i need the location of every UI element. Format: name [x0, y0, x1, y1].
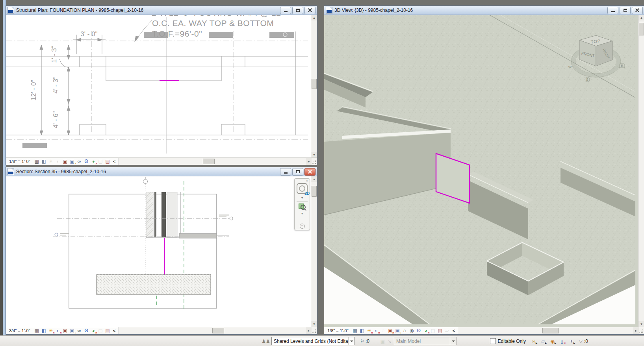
navigation-wheel-2d-icon[interactable]: 2D [297, 183, 308, 194]
plan-scale[interactable]: 1/8" = 1'-0" [9, 159, 30, 164]
section-restore-button[interactable] [292, 168, 303, 176]
dropdown-caret-icon[interactable] [348, 337, 354, 345]
select-links-icon[interactable]: ∞▸ [531, 338, 536, 344]
drag-elements-on-selection-icon[interactable]: +▸ [568, 338, 574, 344]
section-close-button[interactable] [304, 168, 316, 176]
reveal-hidden-elements-icon[interactable]: ʘ [84, 328, 89, 334]
plan-resize-grip[interactable] [312, 158, 317, 165]
viewbar-expand-icon[interactable]: < [113, 159, 115, 164]
3d-close-button[interactable] [632, 7, 643, 14]
3d-vertical-scrollbar[interactable]: ▲ ▼ [638, 15, 644, 327]
visual-style-icon[interactable]: ◧ [41, 159, 47, 165]
reveal-constraints-icon[interactable]: ▤ [105, 159, 111, 165]
plan-hscroll-right-arrow[interactable]: ► [306, 158, 312, 165]
shadows-icon[interactable]: ◐ [55, 159, 61, 165]
sun-path-icon[interactable]: ☀ [48, 159, 54, 165]
compass-west[interactable]: W [568, 65, 572, 69]
design-options-dropdown[interactable]: Main Model [394, 337, 457, 345]
detail-level-icon[interactable]: ▦ [352, 328, 358, 334]
section-scale[interactable]: 3/4" = 1'-0" [9, 328, 30, 333]
3d-vscroll-thumb[interactable] [639, 23, 644, 35]
add-to-design-option-set-icon[interactable]: ↘ [387, 338, 393, 344]
select-underlay-elements-icon[interactable]: ▱▸ [540, 338, 546, 344]
show-crop-region-icon[interactable]: ▣• [395, 328, 401, 334]
section-titlebar[interactable]: Section: Section 35 - 9985-chapel_2-10-1… [6, 167, 317, 176]
compass-south[interactable]: S [586, 78, 588, 81]
detail-level-icon[interactable]: ▦ [34, 159, 40, 165]
section-hscroll-thumb[interactable] [212, 328, 224, 333]
dropdown-caret-icon[interactable] [450, 337, 456, 345]
active-workset-dropdown[interactable]: Shared Levels and Grids (Not Editab [271, 337, 355, 345]
visual-style-icon[interactable]: ◧ [41, 328, 47, 334]
editable-only-checkbox[interactable] [490, 338, 496, 344]
viewbar-expand-icon[interactable]: < [453, 328, 455, 333]
section-horizontal-scrollbar[interactable] [118, 327, 306, 334]
unlocked-3d-view-icon[interactable]: ⌂ [402, 328, 408, 334]
select-pinned-elements-icon[interactable]: ◉▸ [549, 338, 555, 344]
plan-vscroll-thumb[interactable] [312, 79, 317, 89]
navbar-collapse-icon[interactable]: − [300, 224, 305, 229]
3d-hscroll-right-arrow[interactable]: ► [633, 327, 639, 334]
section-drawing-canvas[interactable]: × 2D ▾ ▾ − [6, 176, 311, 327]
zoom-options-caret-icon[interactable]: ▾ [301, 212, 303, 215]
3d-hscroll-thumb[interactable] [542, 328, 559, 333]
3d-minimize-button[interactable] [607, 7, 618, 14]
section-vertical-scrollbar[interactable]: ▲ ▼ [311, 176, 317, 327]
visual-style-icon[interactable]: ◧ [359, 328, 365, 334]
3d-restore-button[interactable] [620, 7, 631, 14]
displacement-sets-icon[interactable]: ▢ [430, 328, 436, 334]
plan-minimize-button[interactable] [280, 7, 291, 14]
temporary-hide-isolate-icon[interactable]: ∞ [76, 159, 82, 165]
navigation-bar[interactable]: × 2D ▾ ▾ − [294, 178, 310, 230]
crop-view-icon[interactable]: ▣× [388, 328, 393, 334]
crop-view-icon[interactable]: ▣ [62, 159, 68, 165]
3d-view-canvas[interactable]: S E W TOP FRONT RIGHT [324, 15, 638, 327]
highlight-displacement-icon[interactable]: ▱ [444, 328, 450, 334]
crop-view-icon[interactable]: ▣ [62, 328, 68, 334]
worksharing-display-icon[interactable]: ◕× [91, 159, 97, 165]
show-crop-region-icon[interactable]: ▣• [69, 328, 75, 334]
plan-titlebar[interactable]: Structural Plan: FOUNDATION PLAN - 9985-… [6, 6, 317, 15]
detail-level-icon[interactable]: ▦ [34, 328, 40, 334]
worksharing-display-icon[interactable]: ◕× [91, 328, 97, 334]
zoom-region-icon[interactable] [299, 203, 306, 210]
sun-path-icon[interactable]: ☀× [366, 328, 372, 334]
navbar-close-icon[interactable]: × [306, 179, 310, 183]
reveal-constraints-icon[interactable]: ▤ [437, 328, 443, 334]
3d-titlebar[interactable]: 3D View: {3D} - 9985-chapel_2-10-16 [324, 6, 644, 15]
worksets-icon[interactable]: ♟♟ [262, 338, 269, 345]
shadows-icon[interactable]: ◐× [55, 328, 61, 334]
shadows-icon[interactable]: ◐× [373, 328, 379, 334]
worksharing-display-icon[interactable]: ◕× [423, 328, 429, 334]
reveal-hidden-elements-icon[interactable]: ʘ [84, 159, 89, 165]
show-rendering-icon[interactable]: ◌ [380, 328, 386, 334]
section-resize-grip[interactable] [312, 327, 317, 334]
show-crop-region-icon[interactable]: ▣• [69, 159, 75, 165]
plan-horizontal-scrollbar[interactable] [118, 158, 306, 165]
select-elements-by-face-icon[interactable]: ▯× [559, 338, 565, 344]
active-design-option-icon[interactable]: ▣ [380, 338, 386, 344]
section-minimize-button[interactable] [280, 168, 291, 176]
temporary-hide-isolate-icon[interactable]: ∞ [76, 328, 82, 334]
section-hscroll-right-arrow[interactable]: ► [306, 327, 312, 334]
reveal-constraints-icon[interactable]: ▤ [105, 328, 111, 334]
3d-horizontal-scrollbar[interactable] [458, 327, 633, 334]
3d-scale[interactable]: 1/8" = 1'-0" [327, 328, 349, 333]
displacement-sets-icon[interactable]: ▢ [98, 159, 104, 165]
section-vscroll-thumb[interactable] [312, 186, 317, 197]
reveal-hidden-elements-icon[interactable]: ʘ [416, 328, 422, 334]
wheel-options-caret-icon[interactable]: ▾ [301, 196, 303, 200]
displacement-sets-icon[interactable]: ▢ [98, 328, 104, 334]
selection-filter-icon[interactable]: ▽ [578, 338, 584, 344]
navigation-wheel-icon[interactable]: ◎ [409, 328, 415, 334]
plan-vertical-scrollbar[interactable]: ▲ ▼ [311, 15, 317, 157]
plan-hscroll-thumb[interactable] [203, 159, 215, 164]
plan-drawing-canvas[interactable]: 3' - 0" 1' - 3" 4' - 3" 4' - 6" 12' - 0"… [6, 15, 311, 157]
3d-resize-grip[interactable] [639, 327, 644, 334]
viewbar-expand-icon[interactable]: < [113, 328, 115, 333]
editing-requests-icon[interactable]: ⚐ [359, 338, 365, 344]
compass-east[interactable]: E [621, 64, 623, 68]
sun-path-icon[interactable]: ☀× [48, 328, 54, 334]
plan-restore-button[interactable] [292, 7, 303, 14]
plan-close-button[interactable] [304, 7, 316, 14]
